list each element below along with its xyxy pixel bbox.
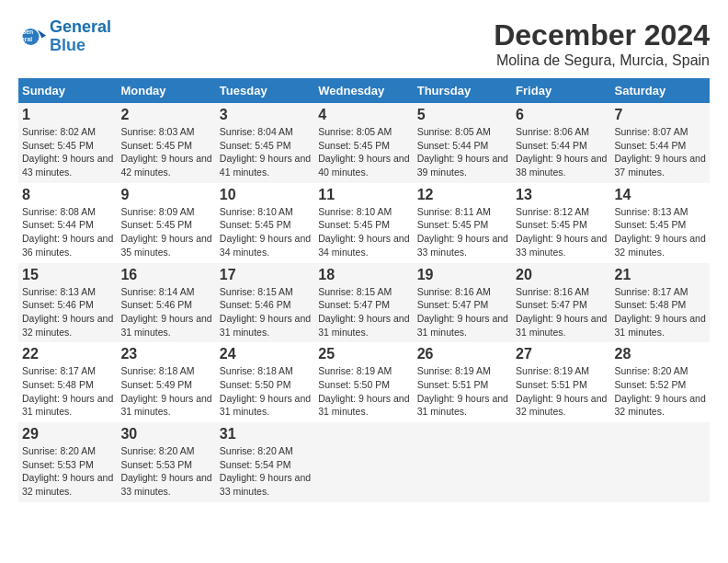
day-info: Sunrise: 8:18 AM Sunset: 5:50 PM Dayligh… (220, 364, 311, 419)
day-info: Sunrise: 8:15 AM Sunset: 5:46 PM Dayligh… (220, 285, 311, 339)
header-monday: Monday (117, 78, 215, 103)
calendar-cell: 3 Sunrise: 8:04 AM Sunset: 5:45 PM Dayli… (216, 103, 314, 183)
calendar-table: Sunday Monday Tuesday Wednesday Thursday… (18, 78, 710, 502)
day-number: 25 (318, 346, 409, 362)
day-info: Sunrise: 8:06 AM Sunset: 5:44 PM Dayligh… (516, 125, 607, 179)
page-header: Gen eral General Blue December 2024 Moli… (18, 18, 710, 69)
day-info: Sunrise: 8:16 AM Sunset: 5:47 PM Dayligh… (417, 285, 508, 339)
calendar-cell: 26 Sunrise: 8:19 AM Sunset: 5:51 PM Dayl… (414, 342, 512, 422)
calendar-cell: 28 Sunrise: 8:20 AM Sunset: 5:52 PM Dayl… (611, 342, 710, 422)
day-info: Sunrise: 8:16 AM Sunset: 5:47 PM Dayligh… (516, 285, 607, 339)
day-number: 2 (120, 107, 211, 123)
calendar-cell: 23 Sunrise: 8:18 AM Sunset: 5:49 PM Dayl… (117, 342, 215, 422)
day-number: 19 (417, 267, 508, 283)
calendar-cell: 27 Sunrise: 8:19 AM Sunset: 5:51 PM Dayl… (512, 342, 610, 422)
calendar-cell: 21 Sunrise: 8:17 AM Sunset: 5:48 PM Dayl… (611, 263, 710, 343)
week-row-2: 8 Sunrise: 8:08 AM Sunset: 5:44 PM Dayli… (18, 183, 710, 263)
day-info: Sunrise: 8:07 AM Sunset: 5:44 PM Dayligh… (615, 125, 706, 179)
calendar-body: 1 Sunrise: 8:02 AM Sunset: 5:45 PM Dayli… (18, 103, 710, 502)
svg-text:eral: eral (21, 35, 32, 41)
header-friday: Friday (512, 78, 610, 103)
calendar-cell: 31 Sunrise: 8:20 AM Sunset: 5:54 PM Dayl… (216, 422, 314, 502)
day-number: 3 (220, 107, 311, 123)
day-info: Sunrise: 8:10 AM Sunset: 5:45 PM Dayligh… (318, 205, 409, 259)
calendar-cell: 5 Sunrise: 8:05 AM Sunset: 5:44 PM Dayli… (414, 103, 512, 183)
day-info: Sunrise: 8:05 AM Sunset: 5:45 PM Dayligh… (318, 125, 409, 179)
day-info: Sunrise: 8:10 AM Sunset: 5:45 PM Dayligh… (220, 205, 311, 259)
calendar-header: Sunday Monday Tuesday Wednesday Thursday… (18, 78, 710, 103)
header-wednesday: Wednesday (314, 78, 413, 103)
calendar-cell: 10 Sunrise: 8:10 AM Sunset: 5:45 PM Dayl… (216, 183, 314, 263)
calendar-cell: 1 Sunrise: 8:02 AM Sunset: 5:45 PM Dayli… (18, 103, 117, 183)
day-number: 1 (22, 107, 113, 123)
day-number: 30 (120, 426, 211, 442)
day-number: 13 (516, 187, 607, 203)
day-info: Sunrise: 8:13 AM Sunset: 5:45 PM Dayligh… (615, 205, 706, 259)
calendar-cell (611, 422, 710, 502)
logo-line1: General (50, 17, 111, 36)
calendar-cell: 6 Sunrise: 8:06 AM Sunset: 5:44 PM Dayli… (512, 103, 610, 183)
day-info: Sunrise: 8:20 AM Sunset: 5:52 PM Dayligh… (615, 364, 706, 419)
header-thursday: Thursday (414, 78, 512, 103)
calendar-cell: 8 Sunrise: 8:08 AM Sunset: 5:44 PM Dayli… (18, 183, 117, 263)
calendar-cell: 16 Sunrise: 8:14 AM Sunset: 5:46 PM Dayl… (117, 263, 215, 343)
calendar-cell (414, 422, 512, 502)
day-number: 9 (120, 187, 211, 203)
day-info: Sunrise: 8:19 AM Sunset: 5:51 PM Dayligh… (516, 364, 607, 419)
day-info: Sunrise: 8:02 AM Sunset: 5:45 PM Dayligh… (22, 125, 113, 179)
day-info: Sunrise: 8:12 AM Sunset: 5:45 PM Dayligh… (516, 205, 607, 259)
day-info: Sunrise: 8:04 AM Sunset: 5:45 PM Dayligh… (220, 125, 311, 179)
day-number: 17 (220, 267, 311, 283)
day-number: 11 (318, 187, 409, 203)
calendar-cell: 18 Sunrise: 8:15 AM Sunset: 5:47 PM Dayl… (314, 263, 413, 343)
day-number: 16 (120, 267, 211, 283)
logo: Gen eral General Blue (18, 18, 111, 55)
day-number: 31 (220, 426, 311, 442)
day-info: Sunrise: 8:20 AM Sunset: 5:53 PM Dayligh… (120, 444, 211, 499)
day-number: 14 (615, 187, 706, 203)
calendar-cell: 30 Sunrise: 8:20 AM Sunset: 5:53 PM Dayl… (117, 422, 215, 502)
day-number: 8 (22, 187, 113, 203)
day-number: 26 (417, 346, 508, 362)
day-number: 7 (615, 107, 706, 123)
day-info: Sunrise: 8:17 AM Sunset: 5:48 PM Dayligh… (22, 364, 113, 419)
calendar-cell (314, 422, 413, 502)
day-info: Sunrise: 8:03 AM Sunset: 5:45 PM Dayligh… (120, 125, 211, 179)
month-title: December 2024 (494, 18, 710, 52)
day-info: Sunrise: 8:14 AM Sunset: 5:46 PM Dayligh… (120, 285, 211, 339)
svg-text:Gen: Gen (21, 29, 33, 35)
calendar-cell: 12 Sunrise: 8:11 AM Sunset: 5:45 PM Dayl… (414, 183, 512, 263)
calendar-cell: 7 Sunrise: 8:07 AM Sunset: 5:44 PM Dayli… (611, 103, 710, 183)
day-info: Sunrise: 8:13 AM Sunset: 5:46 PM Dayligh… (22, 285, 113, 339)
day-info: Sunrise: 8:18 AM Sunset: 5:49 PM Dayligh… (120, 364, 211, 419)
week-row-5: 29 Sunrise: 8:20 AM Sunset: 5:53 PM Dayl… (18, 422, 710, 502)
day-info: Sunrise: 8:19 AM Sunset: 5:51 PM Dayligh… (417, 364, 508, 419)
day-info: Sunrise: 8:05 AM Sunset: 5:44 PM Dayligh… (417, 125, 508, 179)
day-info: Sunrise: 8:15 AM Sunset: 5:47 PM Dayligh… (318, 285, 409, 339)
location-title: Molina de Segura, Murcia, Spain (494, 52, 710, 69)
day-info: Sunrise: 8:20 AM Sunset: 5:53 PM Dayligh… (22, 444, 113, 499)
calendar-cell: 19 Sunrise: 8:16 AM Sunset: 5:47 PM Dayl… (414, 263, 512, 343)
calendar-cell: 4 Sunrise: 8:05 AM Sunset: 5:45 PM Dayli… (314, 103, 413, 183)
calendar-cell: 11 Sunrise: 8:10 AM Sunset: 5:45 PM Dayl… (314, 183, 413, 263)
calendar-cell (512, 422, 610, 502)
week-row-4: 22 Sunrise: 8:17 AM Sunset: 5:48 PM Dayl… (18, 342, 710, 422)
week-row-1: 1 Sunrise: 8:02 AM Sunset: 5:45 PM Dayli… (18, 103, 710, 183)
header-row: Sunday Monday Tuesday Wednesday Thursday… (18, 78, 710, 103)
day-info: Sunrise: 8:11 AM Sunset: 5:45 PM Dayligh… (417, 205, 508, 259)
day-number: 29 (22, 426, 113, 442)
day-number: 28 (615, 346, 706, 362)
header-tuesday: Tuesday (216, 78, 314, 103)
calendar-cell: 20 Sunrise: 8:16 AM Sunset: 5:47 PM Dayl… (512, 263, 610, 343)
header-saturday: Saturday (611, 78, 710, 103)
calendar-cell: 13 Sunrise: 8:12 AM Sunset: 5:45 PM Dayl… (512, 183, 610, 263)
calendar-cell: 17 Sunrise: 8:15 AM Sunset: 5:46 PM Dayl… (216, 263, 314, 343)
calendar-cell: 24 Sunrise: 8:18 AM Sunset: 5:50 PM Dayl… (216, 342, 314, 422)
calendar-cell: 22 Sunrise: 8:17 AM Sunset: 5:48 PM Dayl… (18, 342, 117, 422)
header-sunday: Sunday (18, 78, 117, 103)
day-number: 20 (516, 267, 607, 283)
day-info: Sunrise: 8:17 AM Sunset: 5:48 PM Dayligh… (615, 285, 706, 339)
logo-line2: Blue (50, 36, 85, 54)
calendar-cell: 2 Sunrise: 8:03 AM Sunset: 5:45 PM Dayli… (117, 103, 215, 183)
day-number: 21 (615, 267, 706, 283)
